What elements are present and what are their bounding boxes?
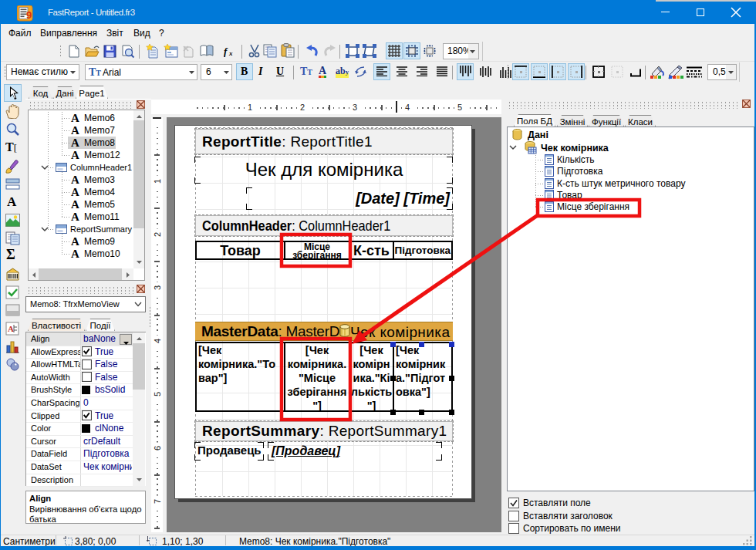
svg-text:A: A	[8, 324, 14, 333]
svg-text:f: f	[224, 46, 228, 57]
svg-text:x: x	[228, 49, 233, 57]
svg-text:9: 9	[26, 9, 32, 21]
